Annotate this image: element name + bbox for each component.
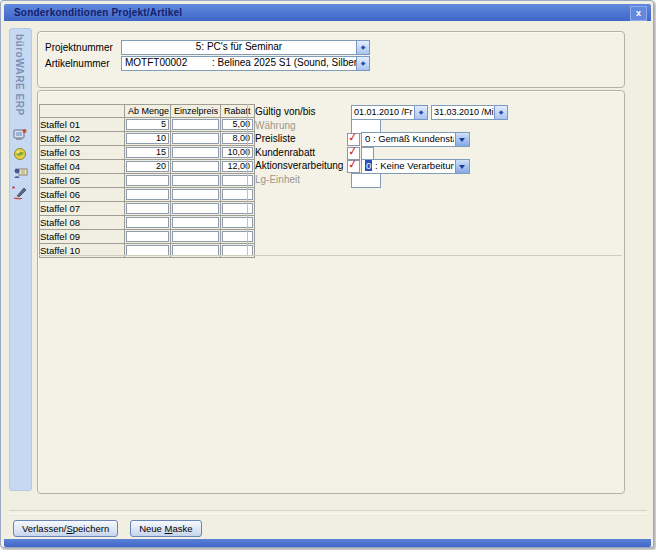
bottom-separator bbox=[9, 510, 647, 514]
table-row: Staffel 05 bbox=[40, 174, 255, 188]
spinner-diamond-icon: ◆ bbox=[495, 106, 507, 118]
spinner-diamond-icon: ◆ bbox=[415, 106, 427, 118]
table-row: Staffel 031510,00 bbox=[40, 146, 255, 160]
einzelpreis-cell[interactable] bbox=[172, 203, 219, 214]
einzelpreis-cell[interactable] bbox=[172, 161, 219, 172]
globe-icon[interactable] bbox=[12, 146, 28, 162]
window-title: Sonderkonditionen Projekt/Artikel bbox=[14, 7, 182, 18]
sign-pen-icon[interactable]: * bbox=[12, 184, 28, 200]
waehrung-label: Währung bbox=[255, 120, 296, 131]
spinner-diamond-icon: ◆ bbox=[357, 57, 369, 69]
panel-divider-horizontal bbox=[39, 255, 622, 256]
button-row: Verlassen/Speichern Neue Maske bbox=[13, 520, 202, 537]
rabatt-cell[interactable] bbox=[222, 189, 253, 200]
rabatt-cell[interactable] bbox=[222, 175, 253, 186]
einzelpreis-cell[interactable] bbox=[172, 189, 219, 200]
lg-einheit-input[interactable] bbox=[351, 173, 381, 188]
presenter-icon[interactable] bbox=[12, 165, 28, 181]
verlassen-speichern-button[interactable]: Verlassen/Speichern bbox=[13, 520, 118, 537]
staffel-header-row: Ab Menge Einzelpreis Rabatt bbox=[40, 105, 255, 118]
red-check-icon: ✓ bbox=[347, 129, 359, 144]
aktionsverarbeitung-dropdown[interactable]: 0 : Keine Verarbeitung bbox=[361, 159, 470, 174]
rabatt-cell[interactable]: 10,00 bbox=[222, 147, 253, 158]
rabatt-cell[interactable]: 12,00 bbox=[222, 161, 253, 172]
kundenrabatt-label: Kundenrabatt bbox=[255, 147, 315, 158]
table-row: Staffel 02108,00 bbox=[40, 132, 255, 146]
ab-menge-cell[interactable]: 20 bbox=[126, 161, 169, 172]
table-row: Staffel 08 bbox=[40, 216, 255, 230]
ab-menge-cell[interactable] bbox=[126, 175, 169, 186]
btn-text: peichern bbox=[73, 523, 109, 534]
artikelnummer-combo[interactable]: MOTFT00002 : Belinea 2025 S1 (Sound, Sil… bbox=[121, 56, 357, 71]
spinner-diamond-icon: ◆ bbox=[357, 41, 369, 53]
einzelpreis-cell[interactable] bbox=[172, 119, 219, 130]
col-header-ab-menge: Ab Menge bbox=[125, 105, 171, 118]
red-check-icon: ✓ bbox=[347, 156, 359, 171]
table-row: Staffel 06 bbox=[40, 188, 255, 202]
staffel-row-label: Staffel 06 bbox=[40, 188, 125, 202]
aktion-rest-text: : Keine Verarbeitung bbox=[372, 160, 454, 171]
workstation-icon[interactable] bbox=[12, 127, 28, 143]
projektnummer-spinner[interactable]: ◆ bbox=[356, 40, 370, 55]
ab-menge-cell[interactable] bbox=[126, 217, 169, 228]
einzelpreis-cell[interactable] bbox=[172, 231, 219, 242]
ab-menge-cell[interactable] bbox=[126, 189, 169, 200]
window-bottom-frame bbox=[4, 539, 651, 547]
svg-text:*: * bbox=[12, 184, 16, 193]
aktionsverarbeitung-label: Aktionsverarbeitung bbox=[255, 160, 343, 171]
rabatt-cell[interactable] bbox=[222, 217, 253, 228]
ab-menge-cell[interactable]: 10 bbox=[126, 133, 169, 144]
table-row: Staffel 0155,00 bbox=[40, 118, 255, 132]
rabatt-cell[interactable]: 5,00 bbox=[222, 119, 253, 130]
table-row: Staffel 07 bbox=[40, 202, 255, 216]
rabatt-cell[interactable] bbox=[222, 231, 253, 242]
projektnummer-combo[interactable]: 5: PC's für Seminar bbox=[121, 40, 357, 55]
aktionsverarbeitung-value: 0 : Keine Verarbeitung bbox=[365, 160, 454, 172]
einzelpreis-cell[interactable] bbox=[172, 133, 219, 144]
einzelpreis-cell[interactable] bbox=[172, 175, 219, 186]
sidebar-brand-strip: büroWARE ERP bbox=[9, 28, 32, 491]
chevron-down-icon bbox=[459, 138, 465, 142]
artikel-code: MOTFT00002 bbox=[125, 57, 187, 69]
neue-maske-button[interactable]: Neue Maske bbox=[130, 520, 201, 537]
gueltig-bis-field[interactable]: 31.03.2010 /Mi bbox=[431, 105, 497, 120]
ab-menge-cell[interactable]: 5 bbox=[126, 119, 169, 130]
staffel-row-label: Staffel 02 bbox=[40, 132, 125, 146]
rabatt-cell[interactable]: 8,00 bbox=[222, 133, 253, 144]
gueltig-label: Gültig von/bis bbox=[255, 106, 316, 117]
ab-menge-cell[interactable] bbox=[126, 231, 169, 242]
screenshot-stage: Sonderkonditionen Projekt/Artikel x büro… bbox=[0, 0, 656, 550]
staffel-table: Ab Menge Einzelpreis Rabatt Staffel 0155… bbox=[39, 104, 255, 258]
aktionsverarbeitung-checkbox[interactable]: ✓ bbox=[347, 160, 360, 173]
einzelpreis-cell[interactable] bbox=[172, 217, 219, 228]
app-window: Sonderkonditionen Projekt/Artikel x büro… bbox=[0, 0, 654, 548]
lg-einheit-label: Lg-Einheit bbox=[255, 174, 300, 185]
brand-label: büroWARE ERP bbox=[14, 34, 25, 116]
btn-text: Neue bbox=[139, 523, 164, 534]
artikelnummer-spinner[interactable]: ◆ bbox=[356, 56, 370, 71]
dropdown-arrow-button[interactable] bbox=[455, 133, 469, 146]
gueltig-von-field[interactable]: 01.01.2010 /Fr bbox=[351, 105, 417, 120]
col-header-empty bbox=[40, 105, 125, 118]
ab-menge-cell[interactable]: 15 bbox=[126, 147, 169, 158]
gueltig-von-spinner[interactable]: ◆ bbox=[414, 105, 428, 120]
window-titlebar[interactable]: Sonderkonditionen Projekt/Artikel x bbox=[4, 4, 651, 21]
staffel-row-label: Staffel 09 bbox=[40, 230, 125, 244]
rabatt-cell[interactable] bbox=[222, 203, 253, 214]
staffel-row-label: Staffel 04 bbox=[40, 160, 125, 174]
gueltig-bis-spinner[interactable]: ◆ bbox=[494, 105, 508, 120]
artikel-description: : Belinea 2025 S1 (Sound, Silber) bbox=[212, 57, 357, 69]
dropdown-arrow-button[interactable] bbox=[455, 160, 469, 173]
preisliste-label: Preisliste bbox=[255, 133, 296, 144]
artikelnummer-label: Artikelnummer bbox=[45, 58, 109, 69]
ab-menge-cell[interactable] bbox=[126, 203, 169, 214]
staffel-row-label: Staffel 07 bbox=[40, 202, 125, 216]
table-row: Staffel 09 bbox=[40, 230, 255, 244]
einzelpreis-cell[interactable] bbox=[172, 147, 219, 158]
btn-text: Verlassen/ bbox=[22, 523, 66, 534]
preisliste-dropdown[interactable]: 0 : Gemäß Kundenstamm bbox=[361, 132, 470, 147]
staffel-row-label: Staffel 05 bbox=[40, 174, 125, 188]
close-icon[interactable]: x bbox=[630, 6, 647, 21]
panel-divider-vertical bbox=[247, 104, 248, 255]
btn-text: aske bbox=[172, 523, 192, 534]
